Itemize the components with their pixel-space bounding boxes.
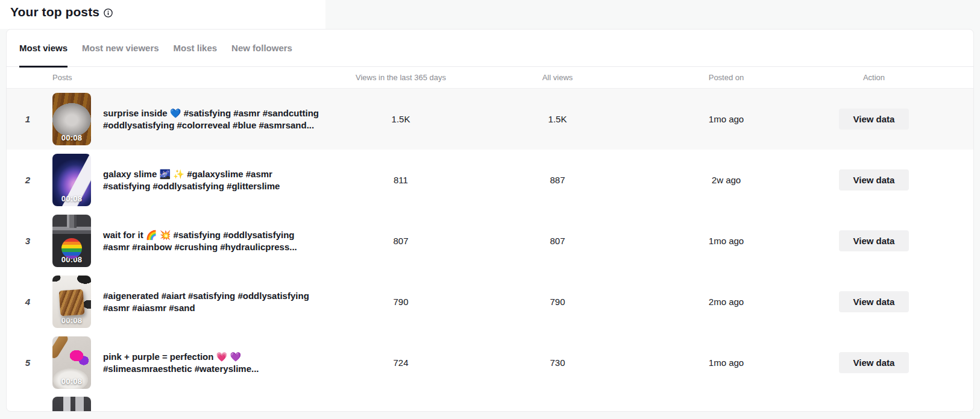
rank-number: 1 (7, 114, 49, 124)
all-views-value: 730 (473, 358, 642, 368)
all-views-value: 790 (473, 297, 642, 307)
action-cell: View data (811, 169, 973, 191)
column-header-all-views: All views (473, 73, 642, 82)
table-row: 5 00:08 pink + purple = perfection 💗 💜 #… (7, 332, 973, 393)
analytics-top-posts-page: Your top posts Most views Most new viewe… (0, 0, 980, 419)
all-views-value: 807 (473, 236, 642, 246)
table-row-partial (7, 393, 973, 412)
page-title-text: Your top posts (10, 5, 99, 19)
column-header-views-365: Views in the last 365 days (328, 73, 473, 82)
views-365-value: 811 (328, 175, 473, 185)
video-duration-badge: 00:08 (61, 377, 83, 386)
tab-most-views[interactable]: Most views (19, 30, 68, 67)
rank-number: 2 (7, 175, 49, 185)
post-title[interactable]: surprise inside 💙 #satisfying #asmr #san… (103, 107, 327, 131)
tab-most-new-viewers[interactable]: Most new viewers (82, 30, 159, 67)
posted-on-value: 1mo ago (642, 358, 811, 368)
table-row: 2 00:08 galaxy slime 🌌 ✨ #galaxyslime #a… (7, 150, 973, 210)
posted-on-value: 1mo ago (642, 114, 811, 124)
rank-number: 4 (7, 297, 49, 307)
view-data-button[interactable]: View data (839, 169, 909, 191)
column-header-posted-on: Posted on (642, 73, 811, 82)
action-cell: View data (811, 230, 973, 251)
table-row: 1 00:08 surprise inside 💙 #satisfying #a… (7, 89, 973, 150)
post-thumbnail[interactable]: 00:08 (52, 336, 91, 389)
post-title[interactable]: galaxy slime 🌌 ✨ #galaxyslime #asmr #sat… (103, 168, 327, 192)
table-row: 3 00:08 wait for it 🌈 💥 #satisfying #odd… (7, 210, 973, 271)
post-title[interactable]: #aigenerated #aiart #satisfying #oddlysa… (103, 290, 327, 314)
all-views-value: 887 (473, 175, 642, 185)
tab-most-likes[interactable]: Most likes (174, 30, 218, 67)
post-thumbnail[interactable]: 00:08 (52, 93, 91, 145)
video-duration-badge: 00:08 (61, 316, 83, 325)
views-365-value: 1.5K (328, 114, 473, 124)
video-duration-badge: 00:08 (61, 255, 83, 264)
views-365-value: 790 (328, 297, 473, 307)
views-365-value: 807 (328, 236, 473, 246)
post-thumbnail[interactable]: 00:08 (52, 276, 91, 328)
post-thumbnail[interactable] (52, 397, 91, 412)
video-duration-badge: 00:08 (61, 133, 83, 142)
tab-new-followers[interactable]: New followers (231, 30, 292, 67)
action-cell: View data (811, 291, 973, 312)
tab-bar: Most views Most new viewers Most likes N… (7, 30, 973, 67)
page-header: Your top posts (0, 0, 980, 29)
info-icon[interactable] (104, 8, 113, 17)
table-header: Posts Views in the last 365 days All vie… (7, 67, 973, 89)
rank-number: 3 (7, 236, 49, 246)
rank-number: 5 (7, 358, 49, 368)
video-duration-badge: 00:08 (61, 194, 83, 203)
posted-on-value: 1mo ago (642, 236, 811, 246)
action-cell: View data (811, 352, 973, 373)
posted-on-value: 2w ago (642, 175, 811, 185)
post-thumbnail[interactable]: 00:08 (52, 215, 91, 267)
action-cell: View data (811, 109, 973, 130)
top-posts-panel: Most views Most new viewers Most likes N… (6, 29, 974, 412)
views-365-value: 724 (328, 358, 473, 368)
view-data-button[interactable]: View data (839, 291, 909, 312)
column-header-posts: Posts (49, 73, 328, 82)
posted-on-value: 2mo ago (642, 297, 811, 307)
page-title: Your top posts (10, 5, 113, 19)
column-header-action: Action (811, 73, 973, 82)
table-row: 4 00:08 #aigenerated #aiart #satisfying … (7, 271, 973, 332)
post-title[interactable]: wait for it 🌈 💥 #satisfying #oddlysatisf… (103, 229, 327, 253)
post-title[interactable]: pink + purple = perfection 💗 💜 #slimeasm… (103, 351, 327, 375)
view-data-button[interactable]: View data (839, 109, 909, 130)
all-views-value: 1.5K (473, 114, 642, 124)
post-thumbnail[interactable]: 00:08 (52, 154, 91, 206)
view-data-button[interactable]: View data (839, 230, 909, 251)
view-data-button[interactable]: View data (839, 352, 909, 373)
